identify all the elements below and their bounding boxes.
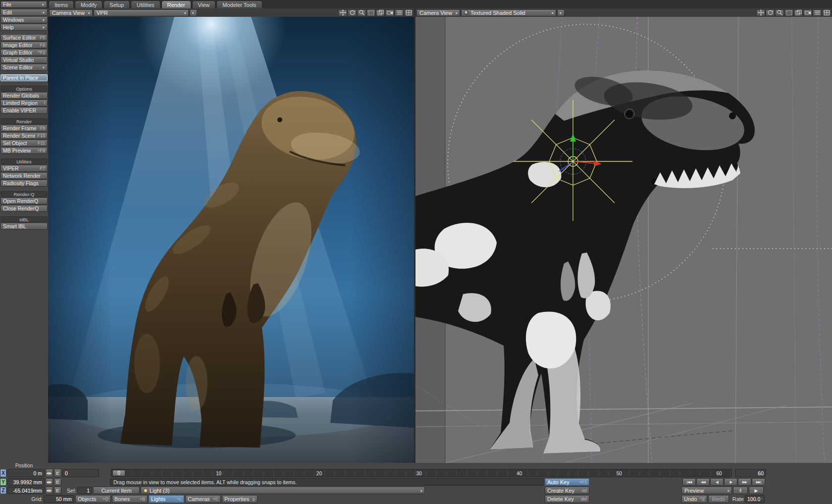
limited-region-button[interactable]: Limited Regionl <box>0 100 48 106</box>
rotate-icon[interactable] <box>348 9 357 16</box>
grid-size-field[interactable] <box>44 495 74 503</box>
tab-utilities[interactable]: Utilities <box>131 0 160 8</box>
step-back-button[interactable]: ◀| <box>710 478 724 486</box>
x-value-field[interactable] <box>7 469 45 477</box>
end-frame-field[interactable] <box>735 469 766 477</box>
region-icon[interactable] <box>366 9 375 16</box>
camera-icon[interactable] <box>803 9 812 16</box>
sel-object-button[interactable]: Sel ObjectF11 <box>0 140 48 147</box>
render-scene-button[interactable]: Render SceneF10 <box>0 132 48 139</box>
delete-key-button[interactable]: Delete Key del <box>545 495 589 503</box>
z-envelope-button[interactable]: E <box>54 487 61 494</box>
preview-label: Preview <box>684 488 704 494</box>
button-label: Objects <box>78 496 96 502</box>
edit-menu-button[interactable]: Edit <box>0 9 48 16</box>
create-key-button[interactable]: Create Key ret <box>545 487 589 494</box>
current-item-button[interactable]: Current Item <box>93 487 140 494</box>
zoom-icon[interactable] <box>775 9 784 16</box>
pause-button[interactable]: ‖ <box>733 487 748 494</box>
go-end-button[interactable]: ▶▶| <box>752 478 765 486</box>
enable-viper-button[interactable]: Enable VIPER <box>0 107 48 114</box>
preview-dropdown[interactable]: Preview <box>681 487 732 494</box>
render-mode-dropdown[interactable]: Textured Shaded Solid <box>461 9 556 16</box>
viewport-options-dropdown[interactable] <box>190 9 197 16</box>
undo-button[interactable]: Undo ^Z <box>681 495 707 503</box>
button-label: Properties <box>224 496 249 502</box>
layers-icon[interactable] <box>376 9 385 16</box>
mode-bones-button[interactable]: Bones +B <box>112 495 148 503</box>
tab-render[interactable]: Render <box>161 0 191 8</box>
quad-view-icon[interactable] <box>822 9 831 16</box>
rate-field[interactable] <box>745 495 765 503</box>
tab-modify[interactable]: Modify <box>75 0 103 8</box>
redo-button[interactable]: Redo <box>708 495 729 503</box>
parent-in-place-button[interactable]: Parent in Place <box>0 74 48 81</box>
region-icon[interactable] <box>784 9 793 16</box>
graph-editor-button[interactable]: Graph Editor^F2 <box>0 49 48 56</box>
x-envelope-button[interactable]: E <box>54 469 61 477</box>
shaded-3d-view[interactable] <box>416 17 832 463</box>
render-mode-dropdown[interactable]: VPR <box>94 9 189 16</box>
mode-properties-button[interactable]: Properties p <box>222 495 258 503</box>
radiosity-flags-button[interactable]: Radiosity Flags <box>0 180 48 187</box>
surface-editor-button[interactable]: Surface EditorF5 <box>0 34 48 41</box>
close-renderq-button[interactable]: Close RenderQ <box>0 205 48 212</box>
current-frame-field[interactable] <box>62 469 99 477</box>
x-spinner[interactable]: ◀▶ <box>46 469 53 477</box>
y-spinner[interactable]: ◀▶ <box>46 478 53 486</box>
shortcut-hint: del <box>579 497 587 502</box>
network-render-button[interactable]: Network Render <box>0 172 48 179</box>
move-icon[interactable] <box>756 9 765 16</box>
mb-preview-button[interactable]: MB Preview+F9 <box>0 147 48 154</box>
frame-slider-handle[interactable]: 0 <box>112 470 125 476</box>
shortcut-hint: +L <box>175 497 182 502</box>
mode-cameras-button[interactable]: Cameras +C <box>185 495 221 503</box>
image-editor-button[interactable]: Image EditorF6 <box>0 42 48 49</box>
menu-icon[interactable] <box>813 9 822 16</box>
tab-items[interactable]: Items <box>49 0 74 8</box>
go-start-button[interactable]: |◀◀ <box>682 478 696 486</box>
mode-lights-button[interactable]: Lights +L <box>149 495 184 503</box>
prev-key-button[interactable]: ◀◀ <box>696 478 710 486</box>
timeline-track[interactable]: 0 10 20 30 40 50 60 0 <box>111 469 732 477</box>
next-key-button[interactable]: ▶▶ <box>738 478 751 486</box>
viewport-left-header: Camera View VPR <box>48 8 414 17</box>
shortcut-hint: F9 <box>38 126 45 131</box>
scene-editor-button[interactable]: Scene Editor <box>0 64 48 71</box>
quad-view-icon[interactable] <box>404 9 413 16</box>
smart-ibl-button[interactable]: Smart IBL <box>0 223 48 230</box>
virtual-studio-button[interactable]: Virtual Studio <box>0 56 48 63</box>
mode-objects-button[interactable]: Objects +O <box>75 495 111 503</box>
y-value-field[interactable] <box>7 478 45 486</box>
tab-setup[interactable]: Setup <box>104 0 130 8</box>
shortcut-hint: +C <box>210 497 218 502</box>
step-forward-button[interactable]: |▶ <box>724 478 737 486</box>
move-icon[interactable] <box>338 9 347 16</box>
tab-view[interactable]: View <box>192 0 216 8</box>
layers-icon[interactable] <box>794 9 803 16</box>
tick-60: 60 <box>716 470 722 476</box>
render-globals-button[interactable]: Render Globals <box>0 92 48 99</box>
current-item-dropdown[interactable]: Light (3) <box>141 487 425 494</box>
camera-icon[interactable] <box>385 9 394 16</box>
view-type-dropdown[interactable]: Camera View <box>49 9 93 16</box>
rotate-icon[interactable] <box>766 9 775 16</box>
play-button[interactable]: ▶ <box>749 487 764 494</box>
tab-modeler-tools[interactable]: Modeler Tools <box>216 0 262 8</box>
menu-icon[interactable] <box>395 9 404 16</box>
viper-button[interactable]: VIPERF7 <box>0 165 48 172</box>
help-menu-button[interactable]: Help <box>0 24 48 31</box>
open-renderq-button[interactable]: Open RenderQ <box>0 198 48 204</box>
selection-count-field[interactable] <box>77 487 92 494</box>
zoom-icon[interactable] <box>357 9 366 16</box>
vpr-render-view[interactable] <box>48 17 414 463</box>
viewport-options-dropdown[interactable] <box>557 9 565 16</box>
view-type-dropdown[interactable]: Camera View <box>416 9 460 16</box>
y-envelope-button[interactable]: E <box>54 478 61 486</box>
z-value-field[interactable] <box>7 487 45 494</box>
file-menu-button[interactable]: File <box>0 1 47 8</box>
windows-menu-button[interactable]: Windows <box>0 16 48 23</box>
auto-key-button[interactable]: Auto Key +F1 <box>545 478 589 486</box>
z-spinner[interactable]: ◀▶ <box>46 487 53 494</box>
render-frame-button[interactable]: Render FrameF9 <box>0 125 48 132</box>
